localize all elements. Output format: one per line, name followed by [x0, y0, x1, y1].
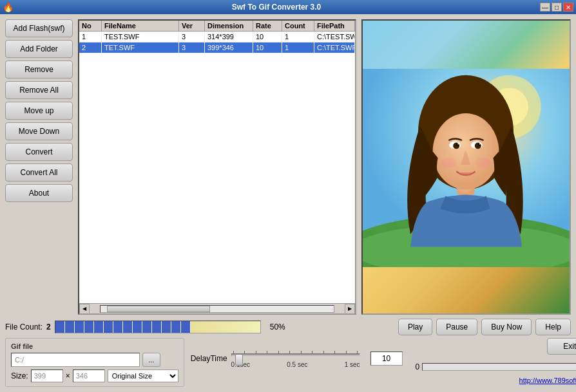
progress-block: [123, 321, 132, 333]
title-bar: 🔥 Swf To Gif Converter 3.0 — □ ✕: [0, 0, 576, 14]
maximize-button[interactable]: □: [552, 3, 562, 12]
progress-block: [142, 321, 151, 333]
delay-value-input[interactable]: [370, 351, 403, 366]
progress-block: [171, 321, 180, 333]
website-link[interactable]: http://www.789soft.com: [519, 377, 576, 384]
gif-file-section: Gif file ... Size: × Original Size Custo…: [5, 338, 184, 387]
pause-button[interactable]: Pause: [436, 319, 477, 335]
exit-area: Exit 0 /1 http://www.789soft.com: [416, 338, 576, 384]
position-slider: 0 /1: [416, 362, 576, 371]
convert-button[interactable]: Convert: [5, 143, 73, 161]
table-body: 1 TEST.SWF 3 314*399 10 1 C:\TEST.SWF 2 …: [79, 32, 355, 303]
delay-time-label: DelayTime: [191, 354, 227, 363]
h-scrollbar[interactable]: [100, 305, 334, 313]
buy-now-button[interactable]: Buy Now: [481, 319, 532, 335]
col-header-filepath: FilePath: [314, 21, 355, 31]
svg-point-17: [475, 158, 491, 168]
h-scrollbar-thumb[interactable]: [107, 306, 210, 312]
size-separator: ×: [66, 371, 70, 380]
progress-filled: [55, 321, 191, 333]
progress-empty: [191, 321, 260, 333]
size-dropdown[interactable]: Original Size Custom Size 50% 75% 100%: [108, 369, 178, 382]
gif-file-label: Gif file: [11, 342, 178, 350]
delay-slider-container: 0.1sec 0.5 sec 1 sec: [231, 348, 360, 368]
col-header-no: No: [79, 21, 102, 31]
minimize-button[interactable]: —: [540, 3, 550, 12]
top-area: Add Flash(swf) Add Folder Remove Remove …: [5, 19, 571, 315]
slider-label-05: 0.5 sec: [287, 361, 307, 368]
file-count-label: File Count:: [5, 322, 43, 331]
title-bar-buttons: — □ ✕: [540, 3, 573, 12]
cell-rate: 10: [253, 42, 282, 53]
delay-time-section: DelayTime: [191, 348, 403, 368]
add-folder-button[interactable]: Add Folder: [5, 40, 73, 58]
progress-bar: [55, 321, 261, 333]
svg-point-14: [457, 143, 459, 144]
svg-point-7: [433, 113, 499, 190]
title-bar-text: Swf To Gif Converter 3.0: [13, 3, 540, 12]
progress-block: [162, 321, 171, 333]
row2: Gif file ... Size: × Original Size Custo…: [5, 338, 571, 387]
cell-filepath: C:\TET.SWF: [314, 42, 355, 53]
progress-block: [94, 321, 103, 333]
cell-no: 1: [79, 32, 102, 42]
col-header-count: Count: [282, 21, 314, 31]
remove-all-button[interactable]: Remove All: [5, 81, 73, 99]
bottom-area: File Count: 2 50% Play Pause Buy Now Hel…: [5, 319, 571, 387]
preview-image: [363, 21, 570, 313]
cell-filepath: C:\TEST.SWF: [314, 32, 355, 42]
cell-rate: 10: [253, 32, 282, 42]
progress-block: [55, 321, 64, 333]
slider-labels: 0.1sec 0.5 sec 1 sec: [231, 361, 360, 368]
exit-button[interactable]: Exit: [547, 338, 576, 355]
about-button[interactable]: About: [5, 184, 73, 202]
slider-label-1: 1 sec: [345, 361, 360, 368]
playback-controls: Play Pause Buy Now Help: [398, 319, 571, 335]
left-buttons: Add Flash(swf) Add Folder Remove Remove …: [5, 19, 73, 315]
svg-point-15: [479, 143, 481, 144]
progress-block: [75, 321, 84, 333]
table-header: No FileName Ver Dimension Rate Count Fil…: [79, 21, 355, 32]
move-down-button[interactable]: Move Down: [5, 122, 73, 140]
table-row[interactable]: 1 TEST.SWF 3 314*399 10 1 C:\TEST.SWF: [79, 32, 355, 42]
gif-path-input[interactable]: [11, 353, 140, 367]
move-up-button[interactable]: Move up: [5, 102, 73, 120]
preview-panel: [361, 19, 571, 315]
progress-block: [152, 321, 161, 333]
svg-point-16: [441, 158, 456, 168]
cell-dimension: 314*399: [205, 32, 253, 42]
close-button[interactable]: ✕: [563, 3, 573, 12]
remove-button[interactable]: Remove: [5, 61, 73, 79]
width-input[interactable]: [31, 369, 63, 382]
add-flash-button[interactable]: Add Flash(swf): [5, 19, 73, 37]
cell-filename: TEST.SWF: [102, 32, 179, 42]
table-scrollbar: ◀ ▶: [79, 303, 355, 313]
scroll-right-arrow[interactable]: ▶: [345, 304, 355, 314]
main-content: Add Flash(swf) Add Folder Remove Remove …: [0, 14, 576, 392]
progress-percent: 50%: [270, 322, 285, 331]
slider-thumb[interactable]: [235, 354, 243, 366]
slider-track[interactable]: [231, 348, 360, 361]
cell-ver: 3: [179, 32, 205, 42]
file-count-value: 2: [46, 322, 51, 331]
progress-block: [65, 321, 74, 333]
table-row[interactable]: 2 TET.SWF 3 399*346 10 1 C:\TET.SWF: [79, 42, 355, 53]
convert-all-button[interactable]: Convert All: [5, 163, 73, 182]
cell-count: 1: [282, 32, 314, 42]
file-table: No FileName Ver Dimension Rate Count Fil…: [78, 19, 356, 315]
position-track[interactable]: [422, 363, 576, 371]
browse-button[interactable]: ...: [142, 353, 160, 367]
height-input[interactable]: [73, 369, 105, 382]
preview-svg: [363, 68, 570, 267]
col-header-rate: Rate: [253, 21, 282, 31]
scroll-left-arrow[interactable]: ◀: [79, 304, 90, 314]
slider-position: 0: [416, 362, 420, 371]
play-button[interactable]: Play: [398, 319, 432, 335]
progress-block: [104, 321, 113, 333]
progress-block: [84, 321, 93, 333]
cell-no: 2: [79, 42, 102, 53]
cell-count: 1: [282, 42, 314, 53]
gif-input-row: ...: [11, 353, 178, 367]
help-button[interactable]: Help: [535, 319, 571, 335]
slider-line: [231, 353, 360, 356]
